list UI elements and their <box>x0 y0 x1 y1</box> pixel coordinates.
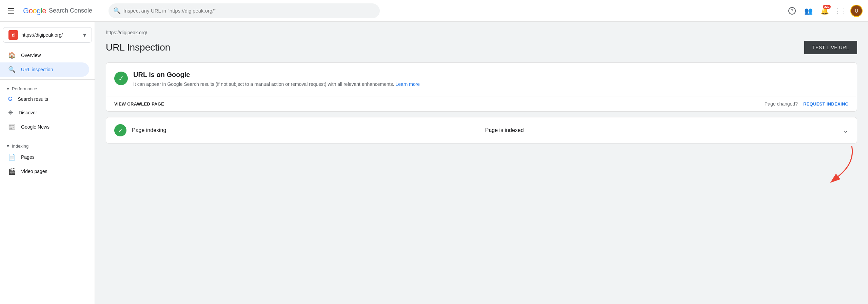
chevron-down-icon: ▾ <box>83 31 86 39</box>
sidebar-item-label: Overview <box>21 53 41 58</box>
test-live-url-button[interactable]: TEST LIVE URL <box>804 41 857 54</box>
hamburger-menu-button[interactable] <box>5 4 19 18</box>
card-actions: VIEW CRAWLED PAGE Page changed? REQUEST … <box>106 96 857 111</box>
status-title: URL is on Google <box>133 71 420 79</box>
header-left: Google Google Search Console Search Cons… <box>5 4 100 18</box>
sidebar-item-label: Video pages <box>21 169 47 174</box>
page-indexing-card: ✓ Page indexing Page is indexed ⌄ <box>106 117 857 144</box>
url-search-input[interactable] <box>108 3 380 18</box>
sidebar-item-google-news[interactable]: 📰 Google News <box>0 120 89 134</box>
indexing-value: Page is indexed <box>166 127 843 133</box>
status-content: URL is on Google It can appear in Google… <box>133 71 420 88</box>
pages-icon: 📄 <box>8 153 16 161</box>
indexing-left: ✓ Page indexing <box>114 124 166 136</box>
page-title: URL Inspection <box>106 42 170 53</box>
notification-badge: 222 <box>823 5 831 9</box>
sidebar-item-search-results[interactable]: G Search results <box>0 93 89 106</box>
home-icon: 🏠 <box>8 52 16 59</box>
main-content: https://digipeak.org/ URL Inspection TES… <box>95 22 868 304</box>
sidebar-item-label: Discover <box>19 110 37 115</box>
performance-section-label: Performance <box>12 86 37 91</box>
performance-section-header[interactable]: ▾ Performance <box>0 82 95 93</box>
request-indexing-button[interactable]: REQUEST INDEXING <box>803 101 849 107</box>
card-actions-right: Page changed? REQUEST INDEXING <box>765 101 849 107</box>
chevron-down-icon: ▾ <box>7 143 9 149</box>
news-icon: 📰 <box>8 123 16 131</box>
indexing-section-header[interactable]: ▾ Indexing <box>0 140 95 150</box>
url-status-card: ✓ URL is on Google It can appear in Goog… <box>106 62 857 112</box>
notifications-button[interactable]: 🔔 222 <box>818 4 831 18</box>
property-url: https://digipeak.org/ <box>21 32 80 38</box>
video-icon: 🎬 <box>8 168 16 175</box>
sidebar-item-overview[interactable]: 🏠 Overview <box>0 48 89 62</box>
url-search-bar: 🔍 <box>108 3 380 18</box>
page-changed-text: Page changed? <box>765 101 798 107</box>
discover-icon: ✳ <box>8 109 13 116</box>
help-icon: ? <box>788 7 796 15</box>
status-description: It can appear in Google Search results (… <box>133 81 420 88</box>
hamburger-icon <box>8 7 16 15</box>
expand-icon[interactable]: ⌄ <box>843 126 849 135</box>
search-icon: 🔍 <box>8 66 16 73</box>
view-crawled-page-button[interactable]: VIEW CRAWLED PAGE <box>114 101 164 107</box>
breadcrumb: https://digipeak.org/ <box>106 30 857 35</box>
app-header: Google Google Search Console Search Cons… <box>0 0 868 22</box>
indexing-label: Page indexing <box>132 127 166 133</box>
nav-divider-2 <box>0 137 95 137</box>
sidebar-item-label: Search results <box>18 96 48 102</box>
sidebar-item-url-inspection[interactable]: 🔍 URL inspection <box>0 62 89 77</box>
learn-more-link[interactable]: Learn more <box>396 81 420 87</box>
apps-button[interactable]: ⋮⋮ <box>834 4 848 18</box>
main-layout: d https://digipeak.org/ ▾ 🏠 Overview 🔍 U… <box>0 22 868 304</box>
search-icon: 🔍 <box>113 7 121 15</box>
indexing-section-label: Indexing <box>12 144 28 149</box>
sidebar: d https://digipeak.org/ ▾ 🏠 Overview 🔍 U… <box>0 22 95 304</box>
chevron-down-icon: ▾ <box>7 86 9 91</box>
google-logo: Google <box>23 6 46 15</box>
property-selector[interactable]: d https://digipeak.org/ ▾ <box>3 27 92 43</box>
logo-area: Google Google Search Console Search Cons… <box>23 6 92 15</box>
indexing-card-content: ✓ Page indexing Page is indexed ⌄ <box>106 117 857 143</box>
apps-icon: ⋮⋮ <box>835 7 847 15</box>
sidebar-item-discover[interactable]: ✳ Discover <box>0 106 89 120</box>
account-icon: 👥 <box>804 7 813 15</box>
console-label: Search Console <box>49 7 92 14</box>
avatar[interactable]: U <box>850 5 863 17</box>
google-icon: G <box>8 96 12 102</box>
sidebar-item-label: URL inspection <box>21 67 53 72</box>
sidebar-item-pages[interactable]: 📄 Pages <box>0 150 89 164</box>
header-right: ? 👥 🔔 222 ⋮⋮ U <box>785 4 863 18</box>
help-button[interactable]: ? <box>785 4 799 18</box>
nav-divider <box>0 79 95 80</box>
success-icon: ✓ <box>114 72 128 85</box>
page-header: URL Inspection TEST LIVE URL <box>106 41 857 54</box>
indexing-success-icon: ✓ <box>114 124 126 136</box>
sidebar-item-label: Pages <box>21 154 35 160</box>
sidebar-item-label: Google News <box>21 124 50 130</box>
status-section: ✓ URL is on Google It can appear in Goog… <box>106 63 857 96</box>
property-icon: d <box>8 30 18 40</box>
sidebar-item-video-pages[interactable]: 🎬 Video pages <box>0 164 89 178</box>
account-button[interactable]: 👥 <box>802 4 815 18</box>
